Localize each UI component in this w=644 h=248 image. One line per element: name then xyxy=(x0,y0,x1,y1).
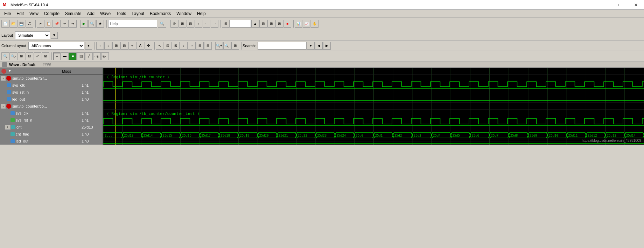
layout-dropdown-btn[interactable]: ▼ xyxy=(51,32,58,39)
maximize-button[interactable]: □ xyxy=(612,0,628,10)
undo-button[interactable]: ↩ xyxy=(61,20,69,28)
wave-ctrl7[interactable]: ✥ xyxy=(145,42,152,50)
time-input[interactable]: 10us xyxy=(230,20,251,28)
cut-button[interactable]: ✂ xyxy=(37,20,44,28)
wave-area[interactable]: https://blog.csdn.net/weixin_45931009 xyxy=(103,68,644,145)
col-layout-dropdown[interactable]: ▼ xyxy=(85,42,92,50)
zoom-out[interactable]: 🔍- xyxy=(9,52,17,60)
sim-btn1[interactable]: ⟳ xyxy=(170,20,178,28)
cursor-btn5[interactable]: ↔ xyxy=(188,42,196,50)
search-prev[interactable]: ◀ xyxy=(315,42,323,50)
menu-simulate[interactable]: Simulate xyxy=(62,10,84,17)
menu-edit[interactable]: Edit xyxy=(14,10,27,17)
wave-shape3[interactable]: ■ xyxy=(69,52,77,60)
zoom-btn1[interactable]: 🔍+ xyxy=(215,42,223,50)
signal-led_out-1[interactable]: led_out 1'h0 xyxy=(0,96,103,103)
signal-sys_clk-1[interactable]: sys_clk 1'h1 xyxy=(0,82,103,89)
time-up[interactable]: ▲ xyxy=(251,20,259,28)
help-search-button[interactable]: 🔍 xyxy=(158,20,166,28)
menu-wave[interactable]: Wave xyxy=(97,10,113,17)
wave-ctrl1[interactable]: ↑ xyxy=(96,42,104,50)
paste-button[interactable]: 📌 xyxy=(53,20,61,28)
cnt-plus-toggle[interactable]: + xyxy=(5,125,10,130)
wave-shape5[interactable]: ╱ xyxy=(85,52,93,60)
search-dropdown[interactable]: ▼ xyxy=(307,42,315,50)
group1-toggle[interactable]: - xyxy=(1,76,6,81)
menu-help[interactable]: Help xyxy=(194,10,209,17)
signal-cnt_flag[interactable]: cnt_flag 1'h0 xyxy=(0,131,103,138)
signal-header-icon[interactable]: ▼ xyxy=(0,68,61,73)
zoom-btn2[interactable]: 🔍- xyxy=(223,42,231,50)
wave-btn2[interactable]: 📈 xyxy=(303,20,310,28)
copy-button[interactable]: 📋 xyxy=(45,20,52,28)
sim-btn2[interactable]: ⊞ xyxy=(178,20,186,28)
sim-btn6[interactable]: → xyxy=(211,20,218,28)
column-layout-select[interactable]: AllColumns xyxy=(28,42,84,50)
wave-ctrl2[interactable]: ↕ xyxy=(104,42,112,50)
cursor-btn6[interactable]: ⊞ xyxy=(196,42,204,50)
sim-btn5[interactable]: ← xyxy=(203,20,210,28)
print-button[interactable]: 🖨 xyxy=(26,20,33,28)
zoom-btn3[interactable]: ⊞ xyxy=(231,42,239,50)
open-button[interactable]: 📂 xyxy=(9,20,17,28)
wave-ctrl3[interactable]: ⊞ xyxy=(112,42,120,50)
sim-btn11[interactable]: ■ xyxy=(284,20,291,28)
cursor-btn7[interactable]: ⊟ xyxy=(204,42,212,50)
run-button[interactable]: ▶ xyxy=(80,20,88,28)
menu-view[interactable]: View xyxy=(27,10,41,17)
signal-sys_rst_n-2[interactable]: sys_rst_n 1'h1 xyxy=(0,117,103,124)
zoom-fit[interactable]: ⤢ xyxy=(34,52,41,60)
signal-group-2-header[interactable]: - sim:/tb_counter/co... xyxy=(0,103,103,110)
menu-file[interactable]: File xyxy=(1,10,14,17)
menu-compile[interactable]: Compile xyxy=(41,10,62,17)
cursor-btn1[interactable]: ↖ xyxy=(156,42,163,50)
close-button[interactable]: ✕ xyxy=(628,0,644,10)
sim-btn3[interactable]: ⊟ xyxy=(187,20,194,28)
sim-btn8[interactable]: ⊟ xyxy=(259,20,267,28)
wave-shape7[interactable]: ╗⌐ xyxy=(101,52,109,60)
wave-shape2[interactable]: ▬ xyxy=(61,52,69,60)
zoom-full[interactable]: ⊞ xyxy=(18,52,25,60)
wave-btn1[interactable]: 📊 xyxy=(295,20,302,28)
wave-ctrl4[interactable]: ⊟ xyxy=(120,42,128,50)
wave-btn3[interactable]: ✋ xyxy=(311,20,318,28)
menu-layout[interactable]: Layout xyxy=(129,10,147,17)
minimize-button[interactable]: — xyxy=(596,0,612,10)
find-button[interactable]: 🔍 xyxy=(88,20,96,28)
zoom-in[interactable]: 🔍 xyxy=(1,52,9,60)
bookmark-button[interactable]: ★ xyxy=(96,20,104,28)
save-button[interactable]: 💾 xyxy=(18,20,25,28)
help-input[interactable] xyxy=(108,20,157,28)
sim-btn9[interactable]: ⊞ xyxy=(267,20,275,28)
group2-toggle[interactable]: - xyxy=(1,104,6,109)
search-next[interactable]: ▶ xyxy=(323,42,331,50)
menu-tools[interactable]: Tools xyxy=(113,10,129,17)
watermark: https://blog.csdn.net/weixin_45931009 xyxy=(582,139,641,143)
signal-led_out-2[interactable]: led_out 1'h0 xyxy=(0,138,103,145)
sim-btn10[interactable]: ⊠ xyxy=(275,20,283,28)
signal-group-1-header[interactable]: - sim:/tb_counter/Gr... xyxy=(0,75,103,82)
signal-sys_rst_n-1[interactable]: sys_rst_n 1'h1 xyxy=(0,89,103,96)
signal-cnt-2[interactable]: + cnt 25'd13 xyxy=(0,124,103,131)
sim-btn7[interactable]: ⊞ xyxy=(222,20,230,28)
menu-window[interactable]: Window xyxy=(174,10,194,17)
wave-ctrl6[interactable]: A xyxy=(136,42,144,50)
signal-sys_clk-2[interactable]: sys_clk 1'h1 xyxy=(0,110,103,117)
layout-select[interactable]: Simulate xyxy=(15,31,50,39)
cursor-btn2[interactable]: ⊡ xyxy=(164,42,172,50)
wave-shape1[interactable]: ⌐ xyxy=(53,52,61,60)
redo-button[interactable]: ↪ xyxy=(69,20,77,28)
search-input[interactable] xyxy=(258,42,307,50)
menu-bookmarks[interactable]: Bookmarks xyxy=(147,10,174,17)
wave-shape4[interactable]: ▤ xyxy=(77,52,85,60)
wave-ctrl5[interactable]: ⌖ xyxy=(128,42,136,50)
zoom-select[interactable]: ⊠ xyxy=(42,52,49,60)
cursor-btn3[interactable]: ⊠ xyxy=(172,42,180,50)
zoom-cursor[interactable]: ⊡ xyxy=(26,52,33,60)
wave-shape6[interactable]: ⌐╗ xyxy=(93,52,101,60)
sim-btn4[interactable]: ↑ xyxy=(195,20,202,28)
cursor-btn4[interactable]: ↕ xyxy=(180,42,188,50)
sig-icon-teal xyxy=(10,132,15,136)
menu-add[interactable]: Add xyxy=(84,10,97,17)
new-button[interactable]: 📄 xyxy=(1,20,9,28)
